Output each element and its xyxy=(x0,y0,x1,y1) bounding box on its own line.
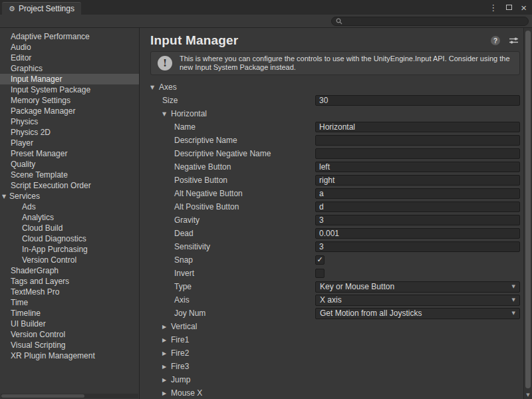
sidebar-item-label: Adaptive Performance xyxy=(11,32,90,41)
foldout-triangle-icon[interactable]: ▶ xyxy=(162,364,171,370)
sidebar-item-time[interactable]: Time xyxy=(0,297,139,308)
sidebar-item-label: Input System Package xyxy=(11,85,90,94)
foldout-triangle-icon[interactable]: ▶ xyxy=(162,337,171,343)
sidebar-item-label: Scene Template xyxy=(11,170,68,180)
invert-checkbox[interactable] xyxy=(315,269,325,278)
row-label-fire3[interactable]: ▶Fire3 xyxy=(150,362,315,371)
maximize-icon[interactable] xyxy=(506,5,512,10)
sidebar-item-shadergraph[interactable]: ShaderGraph xyxy=(0,265,139,276)
joy-num-dropdown[interactable]: Get Motion from all Joysticks▼ xyxy=(315,308,520,319)
foldout-triangle-icon[interactable]: ▼ xyxy=(150,84,159,90)
sidebar-horizontal-scrollbar[interactable] xyxy=(1,394,138,398)
sidebar-item-cloud-build[interactable]: Cloud Build xyxy=(0,223,139,233)
gravity-input[interactable] xyxy=(315,215,520,225)
row-joy-num: Joy NumGet Motion from all Joysticks▼ xyxy=(150,307,520,320)
foldout-triangle-icon[interactable]: ▼ xyxy=(2,192,9,202)
sidebar-item-scene-template[interactable]: Scene Template xyxy=(0,170,139,180)
sidebar-item-version-control[interactable]: Version Control xyxy=(0,255,139,265)
search-input[interactable] xyxy=(345,17,524,25)
row-alt-negative-button: Alt Negative Button xyxy=(150,187,520,200)
search-box[interactable] xyxy=(331,17,529,26)
row-value-descriptive-name xyxy=(315,135,520,146)
sensitivity-input[interactable] xyxy=(315,241,520,252)
sidebar-item-cloud-diagnostics[interactable]: Cloud Diagnostics xyxy=(0,233,139,244)
sidebar-item-label: Analytics xyxy=(22,213,54,222)
sidebar-item-ui-builder[interactable]: UI Builder xyxy=(0,319,139,329)
row-label-horizontal[interactable]: ▼Horizontal xyxy=(150,109,315,118)
row-label-fire1[interactable]: ▶Fire1 xyxy=(150,335,315,344)
scrollbar-thumb[interactable] xyxy=(525,31,531,388)
descriptive-name-input[interactable] xyxy=(315,135,520,146)
foldout-triangle-icon[interactable]: ▼ xyxy=(162,111,171,117)
sidebar-item-script-execution-order[interactable]: Script Execution Order xyxy=(0,180,139,191)
preset-icon[interactable] xyxy=(509,37,519,45)
sidebar-item-ads[interactable]: Ads xyxy=(0,201,139,212)
sidebar-item-label: UI Builder xyxy=(11,319,46,329)
row-label-fire2[interactable]: ▶Fire2 xyxy=(150,348,315,358)
row-value-negative-button xyxy=(315,162,520,172)
alt-negative-button-input[interactable] xyxy=(315,188,520,199)
sidebar-item-physics-2d[interactable]: Physics 2D xyxy=(0,127,139,138)
sidebar-item-in-app-purchasing[interactable]: In-App Purchasing xyxy=(0,244,139,255)
sidebar-scrollbar-thumb[interactable] xyxy=(1,394,84,398)
field-label: Mouse X xyxy=(171,388,202,398)
positive-button-input[interactable] xyxy=(315,175,520,186)
dead-input[interactable] xyxy=(315,228,520,239)
field-label: Dead xyxy=(174,229,194,238)
sidebar-item-version-control[interactable]: Version Control xyxy=(0,329,139,340)
sidebar-item-graphics[interactable]: Graphics xyxy=(0,63,139,74)
sidebar-item-label: XR Plugin Management xyxy=(11,351,95,360)
row-label-mouse-x[interactable]: ▶Mouse X xyxy=(150,388,315,398)
help-icon[interactable]: ? xyxy=(491,36,500,45)
sidebar-item-physics[interactable]: Physics xyxy=(0,116,139,127)
sidebar-item-label: Cloud Diagnostics xyxy=(22,234,86,243)
close-icon[interactable]: × xyxy=(521,3,527,13)
sidebar-item-package-manager[interactable]: Package Manager xyxy=(0,106,139,116)
sidebar-item-services[interactable]: ▼Services xyxy=(0,191,139,201)
negative-button-input[interactable] xyxy=(315,162,520,172)
size-input[interactable] xyxy=(315,95,520,106)
row-label-jump[interactable]: ▶Jump xyxy=(150,375,315,384)
scrollbar-down-arrow-icon[interactable]: ▼ xyxy=(524,392,532,398)
sidebar-item-preset-manager[interactable]: Preset Manager xyxy=(0,148,139,159)
tab-project-settings[interactable]: ⚙ Project Settings xyxy=(2,2,81,15)
sidebar-item-timeline[interactable]: Timeline xyxy=(0,308,139,319)
alt-positive-button-input[interactable] xyxy=(315,201,520,212)
row-value-type: Key or Mouse Button▼ xyxy=(315,281,520,293)
foldout-triangle-icon[interactable]: ▶ xyxy=(162,390,171,396)
sidebar-item-quality[interactable]: Quality xyxy=(0,159,139,170)
row-label-vertical[interactable]: ▶Vertical xyxy=(150,322,315,331)
field-label: Descriptive Negative Name xyxy=(174,149,271,158)
foldout-triangle-icon[interactable]: ▶ xyxy=(162,377,171,383)
foldout-triangle-icon[interactable]: ▶ xyxy=(162,324,171,330)
axis-dropdown[interactable]: X axis▼ xyxy=(315,295,520,306)
sidebar-item-input-system-package[interactable]: Input System Package xyxy=(0,84,139,95)
row-value-sensitivity xyxy=(315,241,520,252)
dropdown-value: X axis xyxy=(320,295,342,305)
foldout-triangle-icon[interactable]: ▶ xyxy=(162,350,171,356)
snap-checkbox[interactable]: ✓ xyxy=(315,255,325,265)
name-input[interactable] xyxy=(315,122,520,132)
sidebar-item-tags-and-layers[interactable]: Tags and Layers xyxy=(0,276,139,287)
sidebar-item-player[interactable]: Player xyxy=(0,138,139,148)
sidebar-item-textmesh-pro[interactable]: TextMesh Pro xyxy=(0,287,139,297)
field-label: Joy Num xyxy=(174,309,205,318)
descriptive-negative-name-input[interactable] xyxy=(315,148,520,159)
tab-title: Project Settings xyxy=(19,4,74,13)
vertical-scrollbar[interactable]: ▼ xyxy=(523,28,532,399)
sidebar-item-analytics[interactable]: Analytics xyxy=(0,212,139,223)
row-label-axes[interactable]: ▼Axes xyxy=(150,82,315,92)
sidebar-item-editor[interactable]: Editor xyxy=(0,53,139,63)
sidebar-item-memory-settings[interactable]: Memory Settings xyxy=(0,95,139,106)
sidebar-item-audio[interactable]: Audio xyxy=(0,42,139,53)
sidebar-item-input-manager[interactable]: Input Manager xyxy=(0,74,139,84)
field-label: Axes xyxy=(159,82,177,92)
window-menu-icon[interactable]: ⋮ xyxy=(489,3,497,13)
sidebar-item-adaptive-performance[interactable]: Adaptive Performance xyxy=(0,31,139,42)
type-dropdown[interactable]: Key or Mouse Button▼ xyxy=(315,281,520,293)
row-axis: AxisX axis▼ xyxy=(150,293,520,307)
sidebar-item-xr-plugin-management[interactable]: XR Plugin Management xyxy=(0,350,139,361)
sidebar-item-visual-scripting[interactable]: Visual Scripting xyxy=(0,340,139,350)
field-label: Invert xyxy=(174,269,194,278)
sidebar-item-label: Editor xyxy=(11,53,31,63)
